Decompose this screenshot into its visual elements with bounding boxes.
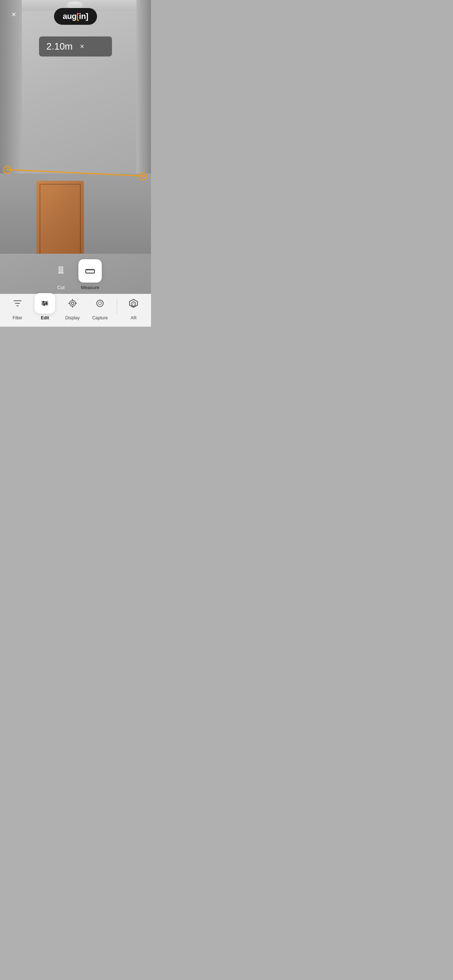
display-label: Display: [65, 315, 80, 320]
measure-icon: [83, 264, 97, 277]
main-tool-capture[interactable]: Capture: [89, 293, 111, 320]
cut-label: Cut: [57, 285, 65, 290]
logo-text: aug[in]: [63, 12, 88, 21]
main-tool-ar[interactable]: AR: [123, 293, 144, 320]
floor: [0, 173, 151, 254]
main-toolbar: Filter Edit: [0, 294, 151, 327]
sub-tool-measure[interactable]: Measure: [78, 259, 102, 290]
ar-icon-box: [123, 293, 144, 313]
svg-rect-1: [59, 267, 60, 273]
svg-point-15: [43, 304, 45, 305]
svg-point-16: [70, 301, 75, 306]
filter-icon-box: [7, 293, 28, 313]
close-icon: ×: [12, 11, 16, 19]
display-icon-box: [62, 293, 83, 313]
svg-point-13: [43, 301, 45, 302]
measure-icon-box: [78, 259, 102, 283]
capture-label: Capture: [92, 315, 108, 320]
edit-label: Edit: [41, 315, 49, 320]
bottom-toolbar: Cut Measure: [0, 254, 151, 327]
toolbar-divider: [117, 299, 117, 314]
sub-toolbar: Cut Measure: [0, 259, 151, 294]
cut-icon-box: [49, 259, 73, 283]
edit-icon-box: [35, 293, 55, 313]
ar-label: AR: [131, 315, 137, 320]
close-button[interactable]: ×: [7, 8, 21, 21]
svg-point-23: [99, 302, 101, 305]
main-tool-filter[interactable]: Filter: [6, 293, 29, 320]
capture-icon-box: [90, 293, 110, 313]
svg-point-17: [71, 302, 74, 304]
svg-marker-26: [132, 303, 135, 306]
main-tool-display[interactable]: Display: [62, 293, 83, 320]
app-logo: aug[in]: [54, 8, 97, 25]
ar-icon: [128, 298, 139, 309]
door: [37, 181, 84, 254]
measure-label: Measure: [81, 285, 100, 290]
sub-tool-cut[interactable]: Cut: [49, 259, 73, 290]
measurement-value: 2.10m: [46, 41, 73, 52]
measurement-display: 2.10m ×: [39, 37, 112, 57]
measurement-clear-button[interactable]: ×: [80, 42, 84, 51]
cut-icon: [55, 265, 67, 277]
header: × aug[in]: [0, 0, 151, 29]
svg-point-14: [46, 302, 48, 304]
svg-rect-2: [62, 267, 63, 273]
edit-icon: [40, 298, 50, 309]
display-icon: [67, 298, 78, 309]
filter-label: Filter: [13, 315, 22, 320]
main-tool-edit[interactable]: Edit: [34, 293, 56, 320]
filter-icon: [13, 298, 22, 309]
svg-marker-24: [129, 299, 137, 307]
capture-icon: [95, 298, 105, 309]
